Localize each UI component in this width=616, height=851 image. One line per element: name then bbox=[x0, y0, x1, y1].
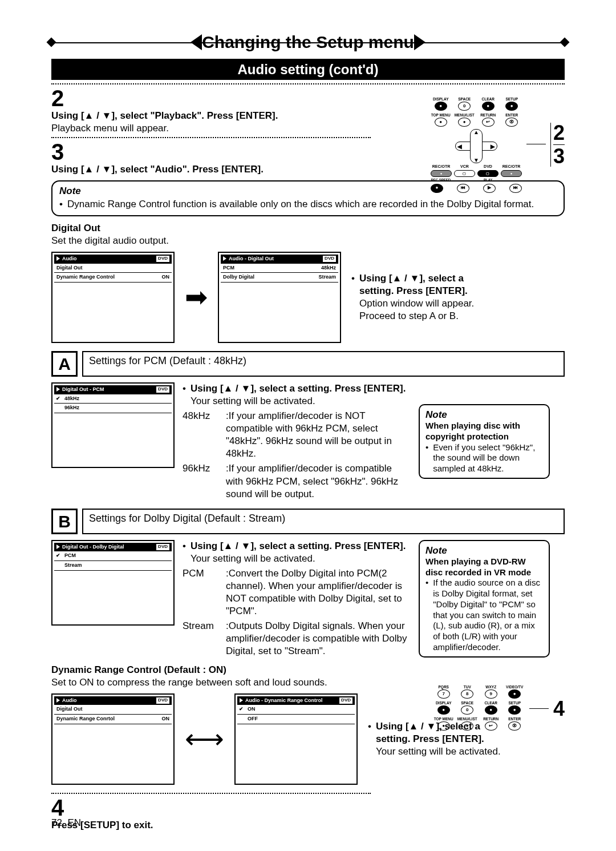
osd-digital-out: Audio - Digital OutDVD PCM48kHz Dolby Di… bbox=[218, 252, 341, 343]
arrow-right-icon: ➡ bbox=[185, 284, 208, 311]
section-b-letter: B bbox=[51, 509, 78, 534]
osd-audio: AudioDVD Digital Out Dynamic Range Contr… bbox=[51, 252, 175, 343]
arrow-both-icon: ⟷ bbox=[185, 725, 224, 753]
osd-dolby: Digital Out - Dolby DigitalDVD PCM Strea… bbox=[51, 540, 175, 626]
step-3: 3 Using [▲ / ▼], select "Audio". Press [… bbox=[51, 140, 371, 176]
page-title-banner: Changing the Setup menu bbox=[51, 29, 565, 55]
digital-out-heading: Digital Out bbox=[51, 222, 565, 235]
osd-pcm: Digital Out - PCMDVD 48kHz 96kHz bbox=[51, 382, 175, 468]
callout-step-4: 4 bbox=[553, 699, 565, 719]
remote-diagram-top: DISPLAY● SPACE0 CLEAR● SETUP● TOP MENU● … bbox=[431, 97, 565, 193]
dpad-icon: ▲▼ ◀▶ bbox=[455, 129, 497, 163]
page-footer: 72 EN bbox=[51, 817, 81, 829]
osd-drc-options: Audio - Dynamic Range ControlDVD ON OFF bbox=[234, 693, 358, 785]
page-subtitle: Audio setting (cont'd) bbox=[51, 59, 565, 80]
osd-audio-drc: AudioDVD Digital Out Dynamic Range Conrt… bbox=[51, 693, 175, 785]
step-4: 4 Press [SETUP] to exit. bbox=[51, 796, 371, 832]
section-a-title: Settings for PCM (Default : 48kHz) bbox=[82, 351, 565, 377]
remote-diagram-bottom: PQRS7 TUV8 WXYZ9 VIDEO/TV● DISPLAY● SPAC… bbox=[433, 685, 565, 733]
section-b-title: Settings for Dolby Digital (Default : St… bbox=[82, 509, 565, 534]
note-section-a: Note When playing disc with copyright pr… bbox=[419, 404, 550, 479]
callout-step-2: 2 bbox=[553, 123, 565, 143]
drc-heading: Dynamic Range Control (Default : ON) bbox=[51, 664, 565, 676]
page-title: Changing the Setup menu bbox=[202, 29, 414, 55]
step-2: 2 Using [▲ / ▼], select "Playback". Pres… bbox=[51, 87, 371, 135]
note-section-b: Note When playing a DVD-RW disc recorded… bbox=[419, 540, 550, 658]
section-a-letter: A bbox=[51, 351, 78, 377]
callout-step-3: 3 bbox=[553, 146, 565, 167]
